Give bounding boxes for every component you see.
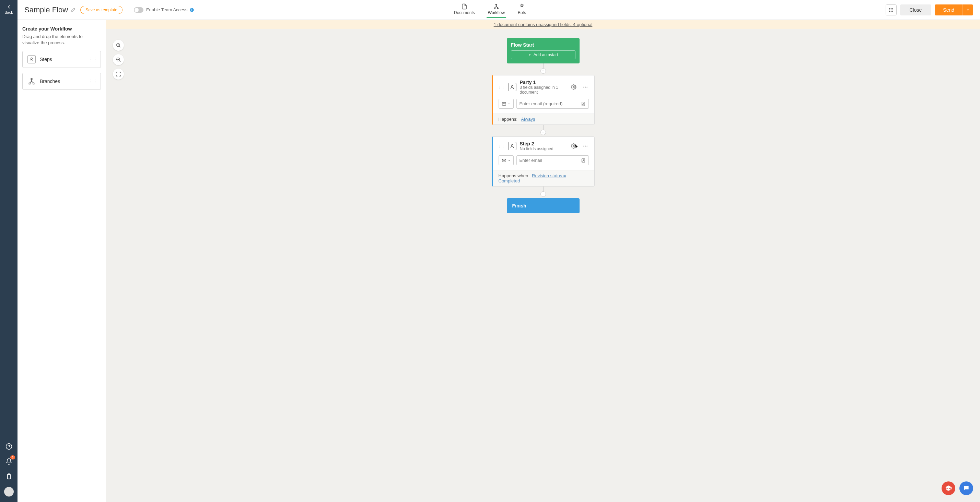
svg-point-35 [586,87,587,88]
drag-handle-icon[interactable]: ⋮⋮ [498,86,505,89]
svg-point-46 [586,146,587,147]
step-step2[interactable]: ⋮⋮ Step 2 No fields assigned [492,137,595,186]
step-header: ⋮⋮ Party 1 3 fields assigned in 1 docume… [493,75,594,96]
warning-link[interactable]: 1 document contains unassigned fields: 4… [494,22,593,27]
chevron-down-icon [508,159,511,162]
step-settings-button[interactable] [570,83,578,91]
happens-label: Happens: [499,117,518,122]
help-button[interactable] [3,441,14,452]
add-step-button[interactable]: + [541,191,546,197]
svg-rect-21 [33,83,34,84]
person-icon [29,57,34,62]
chat-icon [963,485,970,492]
team-access-toggle[interactable] [134,7,143,13]
clipboard-icon [5,473,12,480]
branch-icon [28,78,35,85]
header-tabs: Documents Workflow Bots [453,2,527,18]
back-label: Back [5,10,13,14]
panel-title: Create your Workflow [22,26,101,32]
zoom-out-button[interactable] [113,54,124,65]
palette-steps[interactable]: Steps ⋮⋮ [22,51,101,68]
notifications-button[interactable]: 5 [3,456,14,467]
svg-point-7 [494,8,495,9]
team-access-info-button[interactable]: i [189,8,194,12]
back-button[interactable]: Back [3,3,14,16]
step-icon-box [508,83,516,91]
svg-point-15 [889,11,890,12]
connector: + [543,186,544,194]
svg-rect-20 [29,83,30,84]
fullscreen-button[interactable] [113,68,124,79]
drag-handle-icon: ⋮⋮ [89,79,97,84]
palette-branches[interactable]: Branches ⋮⋮ [22,73,101,90]
step-party1[interactable]: ⋮⋮ Party 1 3 fields assigned in 1 docume… [492,75,595,125]
steps-icon-box [27,55,36,64]
svg-text:i: i [191,8,192,11]
add-step-button[interactable]: + [541,68,546,74]
tab-workflow-label: Workflow [488,10,505,15]
chevron-left-icon [6,4,12,10]
address-book-icon [581,102,586,106]
svg-point-14 [892,9,893,10]
bots-icon [519,3,525,10]
email-input[interactable] [520,156,581,165]
flow-start-node[interactable]: Flow Start Add autostart [507,38,579,64]
contacts-button[interactable] [581,102,586,106]
drag-handle-icon[interactable]: ⋮⋮ [498,145,505,148]
divider [128,7,128,13]
drag-handle-icon: ⋮⋮ [89,57,97,62]
edit-title-button[interactable] [71,8,75,12]
envelope-icon [502,102,506,106]
gear-icon [571,84,576,90]
avatar[interactable] [4,487,14,497]
step-title: Party 1 [520,79,566,85]
apps-button[interactable] [886,5,897,16]
save-template-button[interactable]: Save as template [80,6,123,14]
contacts-button[interactable] [581,158,586,163]
academy-button[interactable] [942,481,955,495]
ellipsis-icon [583,143,588,149]
chevron-down-icon [966,8,970,12]
branches-icon-box [27,77,36,86]
svg-point-31 [511,86,513,87]
send-dropdown-button[interactable] [963,5,973,16]
zoom-in-icon [116,43,121,48]
svg-point-12 [889,9,890,10]
svg-point-10 [891,8,891,9]
chevron-down-icon [508,103,511,105]
tab-bots[interactable]: Bots [516,2,527,18]
step-more-button[interactable] [581,83,590,91]
email-type-button[interactable] [499,155,514,165]
step-info: Step 2 No fields assigned [520,141,566,151]
happens-label: Happens when [499,173,528,178]
zoom-in-button[interactable] [113,40,124,51]
tab-documents[interactable]: Documents [453,2,476,18]
svg-point-34 [585,87,586,88]
pencil-icon [71,8,75,12]
canvas[interactable]: 1 document contains unassigned fields: 4… [106,20,980,502]
team-access-label: Enable Team Access [146,7,187,12]
step-more-button[interactable] [581,142,590,150]
send-button[interactable]: Send [935,5,963,16]
step-settings-button[interactable] [570,142,578,150]
chat-button[interactable] [959,481,973,495]
header: Sample Flow Save as template Enable Team… [18,0,980,20]
add-step-button[interactable]: + [541,130,546,135]
step-header: ⋮⋮ Step 2 No fields assigned [493,137,594,153]
email-type-button[interactable] [499,99,514,109]
svg-point-8 [497,8,498,9]
sidebar-panel: Create your Workflow Drag and drop the e… [18,20,106,502]
clipboard-button[interactable] [3,471,14,482]
tab-workflow[interactable]: Workflow [487,2,506,18]
flow-finish-node[interactable]: Finish [507,198,579,213]
happens-link[interactable]: Always [521,117,535,122]
workflow-icon [493,3,499,10]
flow-start-title: Flow Start [511,42,576,48]
add-autostart-button[interactable]: Add autostart [511,51,576,59]
warning-bar: 1 document contains unassigned fields: 4… [106,20,980,29]
email-input[interactable] [520,99,581,108]
grid-icon [888,7,894,13]
left-rail: Back 5 [0,0,18,502]
step-subtitle: 3 fields assigned in 1 document [520,85,566,95]
close-button[interactable]: Close [900,5,932,16]
